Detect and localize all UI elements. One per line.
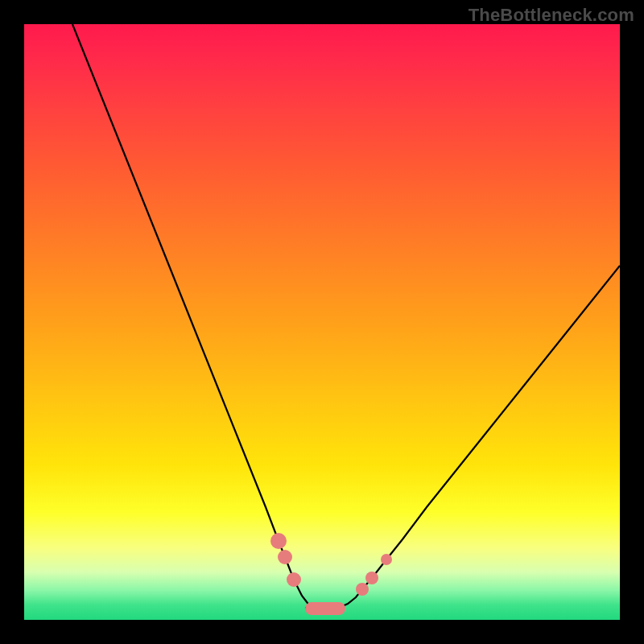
data-marker	[365, 572, 378, 584]
plot-area	[24, 24, 620, 620]
marker-group	[270, 533, 392, 615]
curve-svg	[24, 24, 620, 620]
valley-marker	[305, 602, 345, 615]
attribution-label: TheBottleneck.com	[469, 5, 634, 26]
data-marker	[278, 550, 292, 564]
data-marker	[356, 583, 369, 596]
data-marker	[381, 554, 392, 565]
data-marker	[287, 572, 301, 587]
curve-left-branch	[72, 24, 310, 606]
data-marker	[270, 533, 287, 549]
chart-frame: TheBottleneck.com	[0, 0, 644, 644]
